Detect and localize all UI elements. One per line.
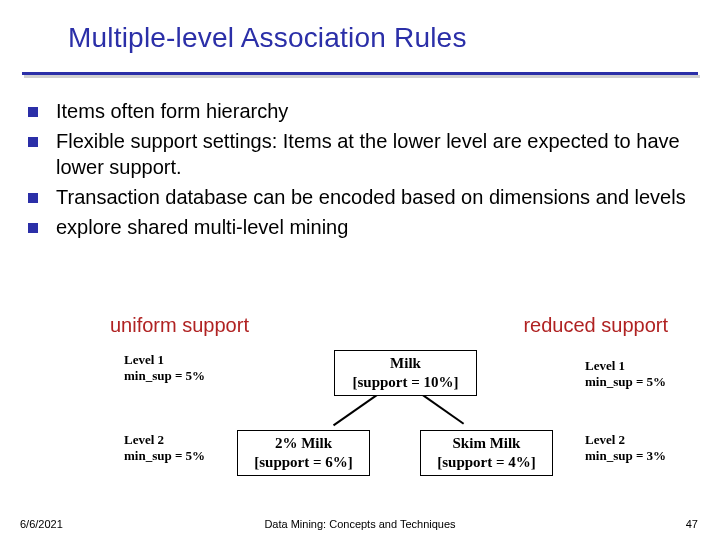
two-percent-milk-node: 2% Milk [support = 6%]	[237, 430, 370, 476]
list-item: Items often form hierarchy	[28, 98, 700, 124]
skim-milk-node: Skim Milk [support = 4%]	[420, 430, 553, 476]
square-bullet-icon	[28, 137, 38, 147]
milk-node: Milk [support = 10%]	[334, 350, 477, 396]
level1-right-label: Level 1 min_sup = 5%	[585, 358, 666, 389]
uniform-support-label: uniform support	[110, 314, 249, 337]
level-line: Level 2	[124, 432, 164, 447]
level-line: min_sup = 3%	[585, 448, 666, 463]
node-title: 2% Milk	[275, 435, 332, 451]
slide-title: Multiple-level Association Rules	[68, 22, 467, 54]
node-support: [support = 6%]	[254, 454, 353, 470]
level1-left-label: Level 1 min_sup = 5%	[124, 352, 205, 383]
square-bullet-icon	[28, 107, 38, 117]
bullet-list: Items often form hierarchy Flexible supp…	[28, 98, 700, 244]
reduced-support-label: reduced support	[523, 314, 668, 337]
node-title: Milk	[390, 355, 421, 371]
bullet-text: Items often form hierarchy	[56, 98, 700, 124]
title-divider-shadow	[24, 75, 700, 78]
level-line: min_sup = 5%	[124, 368, 205, 383]
list-item: Flexible support settings: Items at the …	[28, 128, 700, 180]
node-title: Skim Milk	[453, 435, 521, 451]
level-line: min_sup = 5%	[124, 448, 205, 463]
square-bullet-icon	[28, 223, 38, 233]
level-line: min_sup = 5%	[585, 374, 666, 389]
level-line: Level 1	[585, 358, 625, 373]
square-bullet-icon	[28, 193, 38, 203]
level2-left-label: Level 2 min_sup = 5%	[124, 432, 205, 463]
level-line: Level 2	[585, 432, 625, 447]
tree-connector	[333, 393, 379, 426]
node-support: [support = 4%]	[437, 454, 536, 470]
list-item: explore shared multi-level mining	[28, 214, 700, 240]
tree-connector	[418, 392, 464, 425]
bullet-text: Transaction database can be encoded base…	[56, 184, 700, 210]
list-item: Transaction database can be encoded base…	[28, 184, 700, 210]
footer-center: Data Mining: Concepts and Techniques	[0, 518, 720, 530]
bullet-text: explore shared multi-level mining	[56, 214, 700, 240]
level-line: Level 1	[124, 352, 164, 367]
slide: Multiple-level Association Rules Items o…	[0, 0, 720, 540]
level2-right-label: Level 2 min_sup = 3%	[585, 432, 666, 463]
node-support: [support = 10%]	[352, 374, 458, 390]
bullet-text: Flexible support settings: Items at the …	[56, 128, 700, 180]
footer-page-number: 47	[686, 518, 698, 530]
